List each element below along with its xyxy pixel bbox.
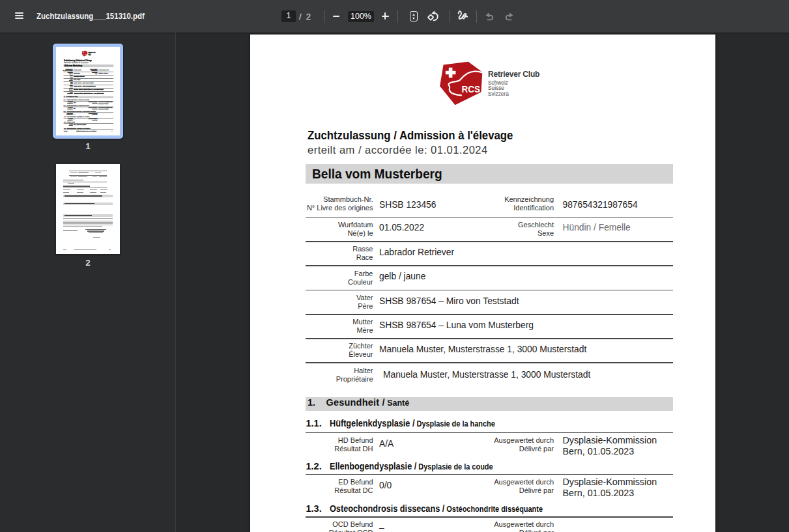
svg-text:RCS: RCS [462, 83, 481, 94]
svg-text:RCS: RCS [85, 53, 87, 55]
